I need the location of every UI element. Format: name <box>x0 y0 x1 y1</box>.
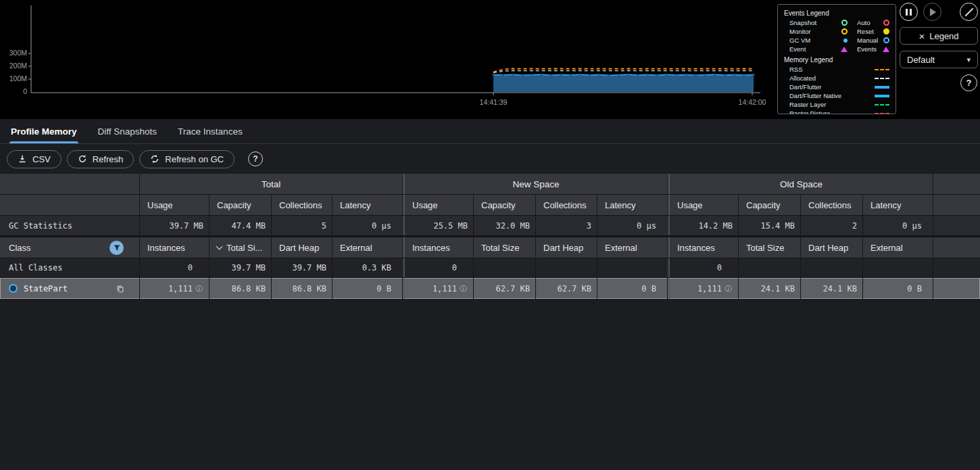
refresh-button[interactable]: Refresh <box>67 150 134 168</box>
column-header-capacity[interactable]: Capacity <box>739 195 801 215</box>
legend-item: GC VM <box>789 37 848 44</box>
play-icon <box>930 8 936 16</box>
gc-new-usage: 25.5 MB <box>405 216 474 235</box>
tab-profile-memory[interactable]: Profile Memory <box>9 119 78 143</box>
column-header-external[interactable]: External <box>333 237 403 258</box>
column-header-external[interactable]: External <box>863 237 933 258</box>
group-header-old-space: Old Space <box>670 174 933 194</box>
interval-dropdown-value: Default <box>907 55 935 65</box>
column-header-usage[interactable]: Usage <box>405 195 474 215</box>
legend-toggle-button[interactable]: × Legend <box>900 27 978 45</box>
autorenew-icon <box>150 154 160 164</box>
copy-class-name-button[interactable] <box>116 285 124 293</box>
column-header-total-size[interactable]: Total Size <box>474 237 536 258</box>
old-instances: 0 <box>670 258 739 277</box>
profile-toolbar: CSV Refresh Refresh on GC ? <box>0 144 980 174</box>
class-name: All Classes <box>0 258 140 277</box>
event-icon <box>841 47 848 52</box>
gc-old-latency: 0 μs <box>863 216 933 235</box>
close-icon: × <box>918 31 925 41</box>
new-external: 0 B <box>597 278 668 299</box>
column-header-usage[interactable]: Usage <box>670 195 739 215</box>
gc-total-usage: 39.7 MB <box>140 216 210 235</box>
corner-cell <box>0 195 140 215</box>
gc-statistics-row: GC Statistics 39.7 MB 47.4 MB 5 0 μs 25.… <box>0 216 980 236</box>
refresh-icon <box>78 154 87 164</box>
legend-item: Manual <box>857 37 889 44</box>
column-header-collections[interactable]: Collections <box>272 195 333 215</box>
csv-button[interactable]: CSV <box>7 150 62 168</box>
column-header-capacity[interactable]: Capacity <box>210 195 272 215</box>
chart-pause-resume-row <box>900 3 978 21</box>
column-header-usage[interactable]: Usage <box>140 195 210 215</box>
gc-old-capacity: 15.4 MB <box>739 216 801 235</box>
legend-item: RSS <box>789 66 889 73</box>
column-header-external[interactable]: External <box>597 237 668 258</box>
events-icon <box>883 47 889 52</box>
events-legend-title: Events Legend <box>784 9 889 17</box>
chart-help-button[interactable]: ? <box>960 74 977 91</box>
gc-new-collections: 3 <box>536 216 597 235</box>
column-header-capacity[interactable]: Capacity <box>474 195 536 215</box>
y-axis-label: 100M <box>0 74 27 83</box>
old-external <box>863 258 933 277</box>
raster-picture-line-icon <box>875 113 889 114</box>
column-header-latency[interactable]: Latency <box>597 195 668 215</box>
total-external: 0.3 KB <box>333 258 403 277</box>
old-instances: 1,111ⓘ <box>670 278 739 299</box>
filler-cell <box>933 278 980 299</box>
clear-chart-button[interactable] <box>960 3 978 21</box>
legend-item: Dart/Flutter <box>789 83 889 91</box>
interval-dropdown[interactable]: Default ▾ <box>900 51 978 68</box>
old-external: 0 B <box>863 278 933 299</box>
info-icon: ⓘ <box>724 284 733 293</box>
column-header-dart-heap[interactable]: Dart Heap <box>801 237 863 258</box>
column-header-dart-heap[interactable]: Dart Heap <box>536 237 597 258</box>
gc-new-capacity: 32.0 MB <box>474 216 536 235</box>
refresh-on-gc-toggle[interactable]: Refresh on GC <box>139 150 235 168</box>
total-dart-heap: 39.7 MB <box>272 258 333 277</box>
x-axis-label: 14:41:39 <box>470 98 517 106</box>
devtools-memory-page: 300M 200M 100M 0 14:41:39 14:42:00 Event… <box>0 0 980 470</box>
column-header-latency[interactable]: Latency <box>863 195 933 215</box>
tab-diff-snapshots[interactable]: Diff Snapshots <box>97 119 159 143</box>
pause-chart-button[interactable] <box>900 3 918 21</box>
dart-flutter-line-icon <box>875 86 889 89</box>
column-header-instances[interactable]: Instances <box>405 237 474 258</box>
gc-old-collections: 2 <box>801 216 863 235</box>
reset-event-icon <box>883 28 889 34</box>
column-header-collections[interactable]: Collections <box>536 195 597 215</box>
old-dart-heap: 24.1 KB <box>801 278 863 299</box>
resume-chart-button[interactable] <box>923 3 941 21</box>
monitor-event-icon <box>841 28 848 34</box>
memory-chart-section: 300M 200M 100M 0 14:41:39 14:42:00 Event… <box>0 0 980 119</box>
column-header-latency[interactable]: Latency <box>333 195 403 215</box>
class-table-header-row: Class Instances Total Si... Dart Heap Ex… <box>0 237 980 258</box>
legend-item: Dart/Flutter Native <box>789 92 889 99</box>
profile-tables: Total New Space Old Space Usage Capacity… <box>0 174 980 300</box>
column-header-total-size[interactable]: Total Size <box>739 237 801 258</box>
class-filter-button[interactable] <box>109 241 124 255</box>
statepart-row[interactable]: StatePart 1,111ⓘ 86.8 KB 86.8 KB 0 B 1,1… <box>0 278 980 300</box>
new-dart-heap: 62.7 KB <box>536 278 597 299</box>
column-header-collections[interactable]: Collections <box>801 195 863 215</box>
filler-cell <box>933 258 980 277</box>
tab-trace-instances[interactable]: Trace Instances <box>176 119 244 143</box>
new-instances: 0 <box>405 258 474 277</box>
column-header-total-size-sorted[interactable]: Total Si... <box>210 237 272 258</box>
legend-item: Raster Picture <box>789 110 889 114</box>
column-header-instances[interactable]: Instances <box>670 237 739 258</box>
download-icon <box>18 154 27 164</box>
total-external: 0 B <box>333 278 403 299</box>
column-header-class[interactable]: Class <box>0 237 140 258</box>
all-classes-row[interactable]: All Classes 0 39.7 MB 39.7 MB 0.3 KB 0 0 <box>0 258 980 278</box>
column-header-instances[interactable]: Instances <box>140 237 210 258</box>
gc-table-column-header-row: Usage Capacity Collections Latency Usage… <box>0 195 980 216</box>
auto-event-icon <box>883 20 889 26</box>
y-axis-label: 0 <box>0 87 27 96</box>
refresh-on-gc-label: Refresh on GC <box>165 154 224 164</box>
column-header-dart-heap[interactable]: Dart Heap <box>272 237 333 258</box>
profile-help-button[interactable]: ? <box>248 151 263 166</box>
class-header-label: Class <box>9 243 31 253</box>
y-axis-label: 200M <box>0 62 27 70</box>
